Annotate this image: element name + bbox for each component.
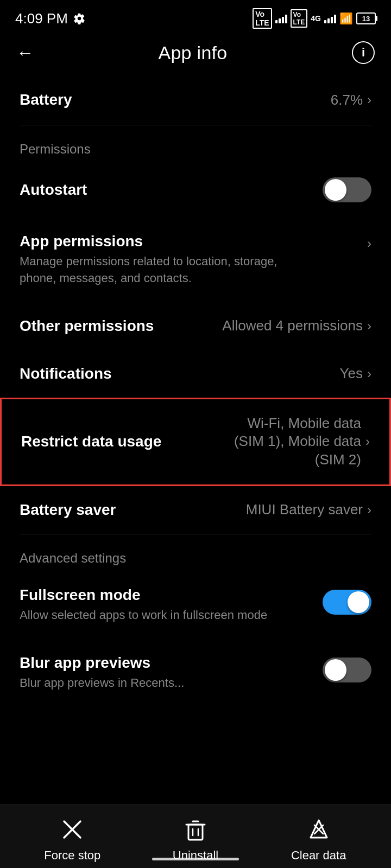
battery-chevron: › xyxy=(367,92,371,107)
battery-saver-item[interactable]: Battery saver MIUI Battery saver › xyxy=(0,486,391,534)
clear-data-icon xyxy=(305,816,332,843)
top-nav: ← App info i xyxy=(0,33,391,75)
signal-bars-2 xyxy=(324,14,336,23)
permissions-header: Permissions xyxy=(0,125,391,162)
restrict-data-value: Wi-Fi, Mobile data (SIM 1), Mobile data … xyxy=(218,414,370,469)
battery-saver-value: MIUI Battery saver › xyxy=(246,501,371,518)
volte-4g-icon: VoLTE xyxy=(291,9,308,28)
battery-value: 6.7% › xyxy=(331,92,371,108)
home-indicator xyxy=(152,858,239,860)
fullscreen-item[interactable]: Fullscreen mode Allow selected apps to w… xyxy=(0,571,391,639)
fullscreen-toggle-thumb xyxy=(348,591,369,613)
uninstall-button[interactable]: Uninstall xyxy=(155,816,236,863)
status-bar: 4:09 PM VoLTE VoLTE 4G 📶 13 xyxy=(0,0,391,33)
battery-item[interactable]: Battery 6.7% › xyxy=(0,75,391,125)
restrict-data-chevron: › xyxy=(365,434,370,449)
restrict-data-label: Restrict data usage xyxy=(21,433,161,450)
autostart-toggle-thumb xyxy=(325,179,346,201)
app-permissions-item[interactable]: App permissions Manage permissions relat… xyxy=(0,218,391,302)
volte-icon: VoLTE xyxy=(253,8,272,29)
status-time: 4:09 PM xyxy=(15,10,68,27)
other-permissions-chevron: › xyxy=(367,318,371,334)
status-icons: VoLTE VoLTE 4G 📶 13 xyxy=(253,8,376,29)
blur-previews-item[interactable]: Blur app previews Blur app previews in R… xyxy=(0,639,391,707)
blur-label: Blur app previews xyxy=(20,654,323,672)
app-permissions-chevron: › xyxy=(367,236,371,251)
blur-toggle[interactable] xyxy=(323,658,371,682)
settings-gear-icon xyxy=(73,12,85,24)
notifications-value: Yes › xyxy=(340,365,371,382)
autostart-label: Autostart xyxy=(20,181,87,199)
page-title: App info xyxy=(158,42,227,63)
advanced-header: Advanced settings xyxy=(0,534,391,571)
uninstall-label: Uninstall xyxy=(173,848,218,863)
other-permissions-value: Allowed 4 permissions › xyxy=(222,317,371,334)
blur-toggle-thumb xyxy=(325,659,346,681)
battery-label: Battery xyxy=(20,91,72,108)
other-permissions-label: Other permissions xyxy=(20,317,154,335)
autostart-item[interactable]: Autostart xyxy=(0,162,391,218)
battery-saver-chevron: › xyxy=(367,502,371,518)
notifications-chevron: › xyxy=(367,366,371,381)
force-stop-label: Force stop xyxy=(44,848,100,863)
autostart-toggle[interactable] xyxy=(323,177,371,202)
fullscreen-label: Fullscreen mode xyxy=(20,586,323,604)
notifications-label: Notifications xyxy=(20,365,112,382)
notifications-item[interactable]: Notifications Yes › xyxy=(0,350,391,398)
app-permissions-sub: Manage permissions related to location, … xyxy=(20,253,280,287)
fullscreen-left: Fullscreen mode Allow selected apps to w… xyxy=(20,586,323,624)
fullscreen-sub: Allow selected apps to work in fullscree… xyxy=(20,607,280,624)
blur-left: Blur app previews Blur app previews in R… xyxy=(20,654,323,692)
force-stop-icon xyxy=(59,816,86,843)
4g-icon: 4G xyxy=(311,14,321,23)
app-permissions-left: App permissions Manage permissions relat… xyxy=(20,233,367,287)
info-button[interactable]: i xyxy=(352,41,375,64)
battery-indicator: 13 xyxy=(356,12,376,24)
clear-data-label: Clear data xyxy=(291,848,346,863)
clear-data-button[interactable]: Clear data xyxy=(278,816,360,863)
battery-saver-label: Battery saver xyxy=(20,501,116,519)
signal-bars-1 xyxy=(275,14,287,23)
app-permissions-label: App permissions xyxy=(20,233,367,250)
other-permissions-item[interactable]: Other permissions Allowed 4 permissions … xyxy=(0,302,391,350)
back-button[interactable]: ← xyxy=(16,43,34,63)
svg-rect-2 xyxy=(188,825,203,840)
blur-sub: Blur app previews in Recents... xyxy=(20,675,280,692)
fullscreen-toggle[interactable] xyxy=(323,590,371,615)
wifi-icon: 📶 xyxy=(339,12,353,25)
uninstall-icon xyxy=(182,816,209,843)
force-stop-button[interactable]: Force stop xyxy=(31,816,113,863)
restrict-data-usage-item[interactable]: Restrict data usage Wi-Fi, Mobile data (… xyxy=(0,398,391,486)
content-area: Battery 6.7% › Permissions Autostart App… xyxy=(0,75,391,794)
